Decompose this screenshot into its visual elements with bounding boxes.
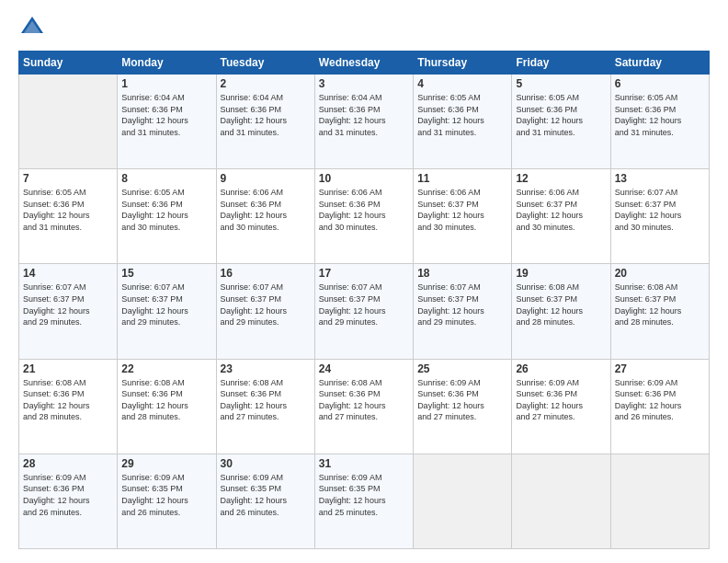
day-number: 20: [615, 267, 705, 280]
day-info: Sunrise: 6:08 AM Sunset: 6:36 PM Dayligh…: [23, 377, 113, 423]
calendar-cell: 22Sunrise: 6:08 AM Sunset: 6:36 PM Dayli…: [118, 359, 216, 454]
week-row-5: 28Sunrise: 6:09 AM Sunset: 6:36 PM Dayli…: [19, 454, 710, 548]
day-info: Sunrise: 6:06 AM Sunset: 6:37 PM Dayligh…: [417, 187, 507, 233]
week-row-3: 14Sunrise: 6:07 AM Sunset: 6:37 PM Dayli…: [19, 264, 710, 359]
day-info: Sunrise: 6:09 AM Sunset: 6:36 PM Dayligh…: [23, 472, 113, 518]
calendar-cell: 17Sunrise: 6:07 AM Sunset: 6:37 PM Dayli…: [314, 264, 413, 359]
weekday-header-monday: Monday: [118, 52, 216, 75]
calendar-cell: 29Sunrise: 6:09 AM Sunset: 6:35 PM Dayli…: [118, 454, 216, 548]
day-info: Sunrise: 6:06 AM Sunset: 6:36 PM Dayligh…: [221, 187, 311, 233]
day-number: 25: [417, 362, 507, 375]
calendar-cell: 9Sunrise: 6:06 AM Sunset: 6:36 PM Daylig…: [216, 169, 314, 264]
day-info: Sunrise: 6:09 AM Sunset: 6:36 PM Dayligh…: [516, 377, 606, 423]
day-number: 24: [319, 362, 409, 375]
logo: [18, 14, 50, 41]
day-number: 7: [23, 172, 113, 185]
day-number: 4: [417, 77, 507, 90]
day-number: 23: [221, 362, 311, 375]
calendar-cell: 21Sunrise: 6:08 AM Sunset: 6:36 PM Dayli…: [19, 359, 118, 454]
day-number: 22: [121, 362, 211, 375]
week-row-2: 7Sunrise: 6:05 AM Sunset: 6:36 PM Daylig…: [19, 169, 710, 264]
day-info: Sunrise: 6:05 AM Sunset: 6:36 PM Dayligh…: [23, 187, 113, 233]
day-number: 5: [516, 77, 606, 90]
day-number: 12: [516, 172, 606, 185]
calendar-cell: 12Sunrise: 6:06 AM Sunset: 6:37 PM Dayli…: [512, 169, 610, 264]
day-number: 17: [319, 267, 409, 280]
calendar-cell: 25Sunrise: 6:09 AM Sunset: 6:36 PM Dayli…: [414, 359, 512, 454]
calendar-cell: 31Sunrise: 6:09 AM Sunset: 6:35 PM Dayli…: [314, 454, 413, 548]
calendar-cell: 16Sunrise: 6:07 AM Sunset: 6:37 PM Dayli…: [216, 264, 314, 359]
day-number: 14: [23, 267, 113, 280]
weekday-header-wednesday: Wednesday: [314, 52, 413, 75]
calendar-cell: 18Sunrise: 6:07 AM Sunset: 6:37 PM Dayli…: [414, 264, 512, 359]
day-info: Sunrise: 6:04 AM Sunset: 6:36 PM Dayligh…: [121, 92, 211, 138]
day-info: Sunrise: 6:06 AM Sunset: 6:36 PM Dayligh…: [319, 187, 409, 233]
day-info: Sunrise: 6:05 AM Sunset: 6:36 PM Dayligh…: [121, 187, 211, 233]
day-number: 13: [615, 172, 705, 185]
calendar-table: SundayMondayTuesdayWednesdayThursdayFrid…: [18, 51, 710, 549]
day-number: 2: [221, 77, 311, 90]
calendar-cell: 26Sunrise: 6:09 AM Sunset: 6:36 PM Dayli…: [512, 359, 610, 454]
calendar-cell: 30Sunrise: 6:09 AM Sunset: 6:35 PM Dayli…: [216, 454, 314, 548]
calendar-cell: [610, 454, 709, 548]
day-number: 3: [319, 77, 409, 90]
day-info: Sunrise: 6:07 AM Sunset: 6:37 PM Dayligh…: [121, 282, 211, 327]
day-info: Sunrise: 6:07 AM Sunset: 6:37 PM Dayligh…: [615, 187, 705, 233]
calendar-cell: [414, 454, 512, 548]
weekday-header-sunday: Sunday: [19, 52, 118, 75]
calendar-cell: [19, 75, 118, 169]
day-info: Sunrise: 6:07 AM Sunset: 6:37 PM Dayligh…: [221, 282, 311, 327]
day-number: 16: [221, 267, 311, 280]
day-info: Sunrise: 6:05 AM Sunset: 6:36 PM Dayligh…: [516, 92, 606, 138]
day-info: Sunrise: 6:09 AM Sunset: 6:36 PM Dayligh…: [417, 377, 507, 423]
calendar-cell: 5Sunrise: 6:05 AM Sunset: 6:36 PM Daylig…: [512, 75, 610, 169]
weekday-header-friday: Friday: [512, 52, 610, 75]
calendar-cell: 4Sunrise: 6:05 AM Sunset: 6:36 PM Daylig…: [414, 75, 512, 169]
day-number: 1: [121, 77, 211, 90]
day-number: 28: [23, 457, 113, 470]
day-number: 8: [121, 172, 211, 185]
calendar-cell: 23Sunrise: 6:08 AM Sunset: 6:36 PM Dayli…: [216, 359, 314, 454]
day-number: 26: [516, 362, 606, 375]
day-info: Sunrise: 6:09 AM Sunset: 6:36 PM Dayligh…: [615, 377, 705, 423]
calendar-cell: 7Sunrise: 6:05 AM Sunset: 6:36 PM Daylig…: [19, 169, 118, 264]
day-number: 21: [23, 362, 113, 375]
weekday-header-saturday: Saturday: [610, 52, 709, 75]
calendar-cell: 1Sunrise: 6:04 AM Sunset: 6:36 PM Daylig…: [118, 75, 216, 169]
week-row-4: 21Sunrise: 6:08 AM Sunset: 6:36 PM Dayli…: [19, 359, 710, 454]
calendar-cell: 8Sunrise: 6:05 AM Sunset: 6:36 PM Daylig…: [118, 169, 216, 264]
week-row-1: 1Sunrise: 6:04 AM Sunset: 6:36 PM Daylig…: [19, 75, 710, 169]
calendar-cell: 11Sunrise: 6:06 AM Sunset: 6:37 PM Dayli…: [414, 169, 512, 264]
day-info: Sunrise: 6:07 AM Sunset: 6:37 PM Dayligh…: [417, 282, 507, 327]
day-info: Sunrise: 6:08 AM Sunset: 6:36 PM Dayligh…: [121, 377, 211, 423]
day-number: 30: [221, 457, 311, 470]
calendar-cell: [512, 454, 610, 548]
weekday-header-tuesday: Tuesday: [216, 52, 314, 75]
day-info: Sunrise: 6:09 AM Sunset: 6:35 PM Dayligh…: [121, 472, 211, 518]
day-info: Sunrise: 6:08 AM Sunset: 6:36 PM Dayligh…: [319, 377, 409, 423]
calendar-cell: 13Sunrise: 6:07 AM Sunset: 6:37 PM Dayli…: [610, 169, 709, 264]
day-info: Sunrise: 6:06 AM Sunset: 6:37 PM Dayligh…: [516, 187, 606, 233]
day-info: Sunrise: 6:07 AM Sunset: 6:37 PM Dayligh…: [23, 282, 113, 327]
weekday-header-thursday: Thursday: [414, 52, 512, 75]
header: [18, 14, 710, 41]
day-number: 18: [417, 267, 507, 280]
day-number: 10: [319, 172, 409, 185]
logo-icon: [18, 14, 46, 41]
calendar-cell: 15Sunrise: 6:07 AM Sunset: 6:37 PM Dayli…: [118, 264, 216, 359]
day-info: Sunrise: 6:04 AM Sunset: 6:36 PM Dayligh…: [221, 92, 311, 138]
calendar-cell: 28Sunrise: 6:09 AM Sunset: 6:36 PM Dayli…: [19, 454, 118, 548]
day-number: 11: [417, 172, 507, 185]
day-info: Sunrise: 6:05 AM Sunset: 6:36 PM Dayligh…: [417, 92, 507, 138]
day-info: Sunrise: 6:07 AM Sunset: 6:37 PM Dayligh…: [319, 282, 409, 327]
weekday-header-row: SundayMondayTuesdayWednesdayThursdayFrid…: [19, 52, 710, 75]
day-info: Sunrise: 6:08 AM Sunset: 6:36 PM Dayligh…: [221, 377, 311, 423]
calendar-cell: 20Sunrise: 6:08 AM Sunset: 6:37 PM Dayli…: [610, 264, 709, 359]
calendar-cell: 2Sunrise: 6:04 AM Sunset: 6:36 PM Daylig…: [216, 75, 314, 169]
day-number: 31: [319, 457, 409, 470]
calendar-cell: 3Sunrise: 6:04 AM Sunset: 6:36 PM Daylig…: [314, 75, 413, 169]
day-info: Sunrise: 6:04 AM Sunset: 6:36 PM Dayligh…: [319, 92, 409, 138]
day-info: Sunrise: 6:09 AM Sunset: 6:35 PM Dayligh…: [221, 472, 311, 518]
calendar-cell: 6Sunrise: 6:05 AM Sunset: 6:36 PM Daylig…: [610, 75, 709, 169]
calendar-cell: 10Sunrise: 6:06 AM Sunset: 6:36 PM Dayli…: [314, 169, 413, 264]
